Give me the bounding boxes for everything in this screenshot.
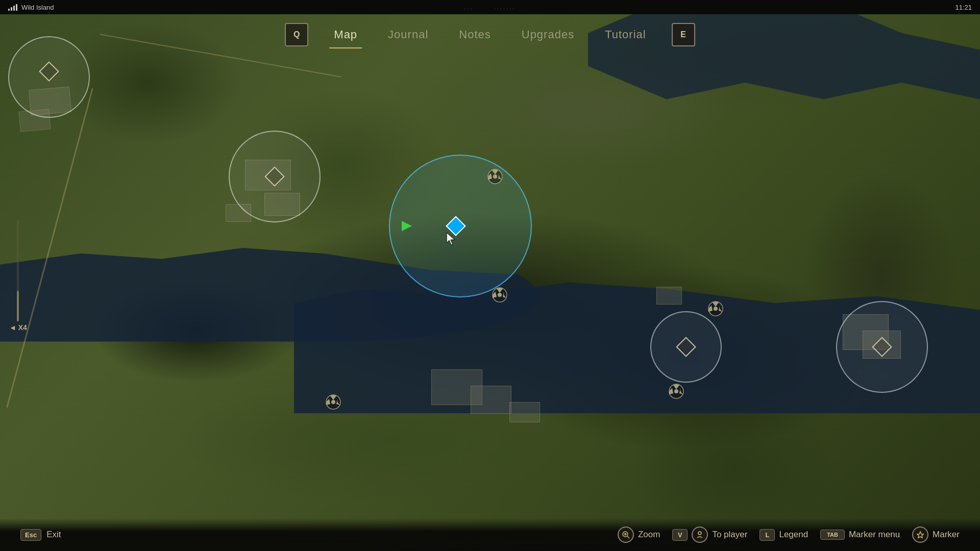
tab-key-badge: TAB [820, 530, 845, 540]
zoom-button[interactable]: Zoom [618, 527, 660, 543]
zoom-icon [618, 527, 634, 543]
center-dots-left: ... [464, 4, 474, 10]
radiation-marker-2 [492, 287, 508, 305]
marker-menu-label: Marker menu [849, 530, 900, 540]
zoom-indicator: ◄ X4 [9, 219, 27, 332]
svg-point-1 [493, 174, 497, 179]
svg-point-7 [674, 389, 678, 393]
title-bar: Wild Island ... ....... 11:21 [0, 0, 980, 14]
radiation-marker-3 [325, 394, 341, 412]
player-direction-arrow [402, 221, 412, 231]
title-bar-left: Wild Island [8, 4, 54, 11]
diamond-marker-2 [267, 169, 282, 184]
signal-icon [8, 4, 17, 11]
building [509, 402, 540, 422]
title-bar-center: ... ....... [464, 4, 516, 10]
prev-key-button[interactable]: Q [285, 23, 308, 46]
tab-notes[interactable]: Notes [444, 24, 506, 45]
svg-point-9 [714, 307, 718, 311]
exit-control[interactable]: Esc Exit [20, 529, 61, 541]
marker-button[interactable]: Marker [912, 527, 960, 543]
tab-upgrades[interactable]: Upgrades [506, 24, 590, 45]
svg-point-5 [331, 400, 335, 404]
svg-point-15 [698, 532, 701, 535]
to-player-label: To player [712, 530, 747, 540]
player-icon [692, 527, 708, 543]
location-label: Wild Island [21, 4, 54, 11]
radiation-marker-4 [668, 383, 684, 402]
esc-key-badge: Esc [20, 529, 41, 541]
svg-point-3 [498, 293, 502, 297]
zoom-label: Zoom [638, 530, 660, 540]
center-dashes: ....... [494, 4, 516, 10]
diamond-marker-4 [875, 340, 889, 354]
building [471, 386, 511, 414]
svg-line-12 [627, 536, 629, 538]
time-display: 11:21 [955, 4, 972, 11]
tab-journal[interactable]: Journal [373, 24, 444, 45]
bottom-controls: Zoom V To player L Legend TAB Marker men… [618, 527, 960, 543]
bottom-bar: Esc Exit Zoom V [0, 518, 980, 551]
svg-marker-10 [447, 233, 455, 245]
legend-label: Legend [779, 530, 808, 540]
cursor [446, 232, 457, 248]
player-marker [449, 219, 463, 233]
zoom-bar-fill [17, 291, 19, 321]
marker-icon [912, 527, 928, 543]
to-player-button[interactable]: V To player [672, 527, 747, 543]
navigation-tabs: Q Map Journal Notes Upgrades Tutorial E [0, 14, 980, 55]
map-container[interactable] [0, 0, 980, 551]
diamond-marker-1 [42, 64, 56, 79]
v-key-badge: V [672, 529, 688, 541]
zoom-level: ◄ X4 [9, 323, 27, 332]
tab-map[interactable]: Map [318, 24, 373, 45]
radiation-marker-1 [487, 168, 503, 187]
tab-tutorial[interactable]: Tutorial [590, 24, 662, 45]
legend-button[interactable]: L Legend [760, 529, 808, 541]
l-key-badge: L [760, 529, 775, 541]
marker-label: Marker [933, 530, 960, 540]
exit-label: Exit [46, 530, 61, 540]
marker-menu-button[interactable]: TAB Marker menu [820, 530, 900, 540]
zoom-bar [17, 219, 19, 321]
next-key-button[interactable]: E [672, 23, 695, 46]
building [656, 287, 682, 305]
radiation-marker-5 [707, 300, 724, 319]
diamond-marker-3 [679, 340, 693, 354]
